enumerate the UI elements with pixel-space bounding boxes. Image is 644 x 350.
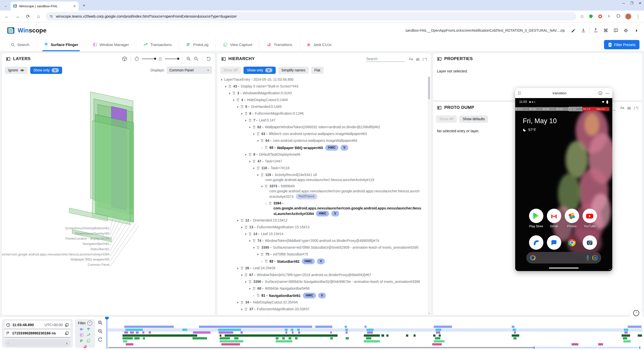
window-maximize-button[interactable]: ❐ [630, 1, 633, 5]
tree-row[interactable]: ▼ 63 - 8fb0ec5 com.android.systemui.wall… [218, 130, 427, 137]
collapse-timeline-button[interactable]: ⌃ [629, 309, 643, 317]
tree-row[interactable]: ▼ 6 - FullscreenMagnification:0:12#6 [218, 110, 427, 117]
zoom-out-icon[interactable] [194, 56, 199, 61]
rotation-icon[interactable] [135, 57, 139, 61]
window-minimize-button[interactable]: ─ [622, 1, 625, 5]
timeline-row-screen-recording[interactable] [108, 326, 642, 328]
extension-record-icon[interactable] [598, 14, 603, 19]
dark-mode-toggle[interactable]: ◑ [631, 26, 641, 35]
simplify-names-chip[interactable]: Simplify names [278, 67, 309, 74]
timeline-range-selector[interactable] [108, 347, 642, 348]
extensions-puzzle-icon[interactable] [616, 14, 621, 19]
tree-row[interactable]: ▼ 26 - Leaf:24:25#26 [218, 265, 427, 272]
show-diff-chip[interactable]: Show diff [220, 67, 241, 74]
tree-expand-toggle[interactable]: ▼ [248, 125, 252, 130]
filter-collapse-button[interactable]: ⌃ [87, 321, 92, 326]
tree-row[interactable]: ▼ 13 - FullscreenMagnification:15:15#13 [218, 224, 427, 231]
surface-flinger-filter-icon[interactable] [86, 327, 91, 331]
tree-row[interactable]: ● 65 - Wallpaper BBQ wrapper#65HWCV [218, 144, 427, 151]
layers-3d-canvas[interactable]: ScreenDecorOverlayBottom#61ScreenDecorOv… [2, 76, 215, 315]
tree-row[interactable]: ▼ 68 - 885b63e NavigationBar0#68 [218, 285, 427, 292]
tree-row[interactable]: ▼ 38 - Leaf:33:33#38 [218, 313, 427, 315]
tree-expand-toggle[interactable]: ▼ [256, 252, 260, 257]
panel-split-icon[interactable] [221, 57, 226, 61]
timeline-ns-timestamp[interactable]: 1715339028890230166 ns [12, 331, 56, 335]
layer-label[interactable]: ScreenDecorOverlayBottom#61 [65, 227, 109, 230]
layer-label[interactable]: PointerLocation - display 0#134 [65, 237, 109, 240]
match-case-toggle[interactable]: Aa [409, 57, 413, 61]
tree-row[interactable]: ● 81 - NavigationBar0#81HWCV [218, 292, 427, 299]
tree-row[interactable]: ▼ 3396 - Surface(name=885b63e Navigation… [218, 278, 427, 285]
tree-expand-toggle[interactable]: ▼ [240, 111, 244, 116]
layer-label[interactable]: Common Panel [88, 263, 109, 267]
timeline-timezone[interactable]: UTC+00:00 [45, 323, 63, 327]
address-bar[interactable]: winscope.teams.x20web.corp.google.com/pr… [46, 12, 576, 21]
tab-search-button[interactable]: ⌄ [2, 2, 10, 9]
tree-expand-toggle[interactable]: ▼ [244, 280, 248, 285]
panel-split-icon[interactable] [437, 57, 442, 61]
browser-menu-icon[interactable]: ⋮ [636, 14, 640, 19]
tree-row[interactable]: ● 82 - StatusBar#82HWCV [218, 258, 427, 265]
timeline-time[interactable]: 11:03:48.890 [12, 323, 34, 327]
copy-icon[interactable] [65, 331, 69, 335]
window-manager-filter-icon[interactable] [79, 333, 84, 337]
tab-close-icon[interactable]: ✕ [73, 4, 76, 8]
timeline-zoom-reset-button[interactable] [98, 337, 103, 342]
tree-expand-toggle[interactable]: ▼ [228, 91, 232, 96]
new-tab-button[interactable]: + [80, 2, 88, 9]
tree-row[interactable]: ▼ 5 - OneHanded:0:14#5 [218, 103, 427, 110]
tree-row[interactable]: ▼ 62 - WallpaperWindowToken{28892d1 toke… [218, 124, 427, 130]
transition-screenshot-window[interactable]: transition — 11:03 ▣ ◈ ▷ P: 0 / 1 d [515, 88, 612, 271]
reload-button[interactable]: ⟳ [24, 13, 32, 20]
tree-expand-toggle[interactable]: ▼ [252, 245, 256, 250]
show-only-visible-chip[interactable]: Show only V [30, 67, 62, 74]
filter-presets-button[interactable]: Filter Presets [604, 40, 639, 49]
range-handle-left[interactable] [534, 346, 535, 349]
documentation-button[interactable] [611, 26, 621, 35]
transitions-filter-icon[interactable] [83, 344, 87, 349]
view-capture-filter-icon[interactable] [86, 339, 91, 343]
window-close-button[interactable]: ✕ [639, 1, 641, 5]
show-defaults-chip[interactable]: Show defaults [459, 115, 488, 123]
timeline-row-transactions[interactable] [108, 334, 642, 337]
match-case-toggle[interactable]: Aa [620, 106, 624, 110]
profile-avatar[interactable] [625, 13, 631, 20]
back-button[interactable]: ← [3, 13, 11, 20]
tree-row[interactable]: ▼ 14 - Leaf:15:15#14 [218, 231, 427, 237]
tree-expand-toggle[interactable]: ▼ [236, 266, 240, 271]
info-icon[interactable] [598, 91, 602, 95]
ignore-filter-chip[interactable]: Ignore [5, 67, 28, 74]
tab-protolog[interactable]: ProtoLog [179, 38, 216, 51]
tree-row[interactable]: ▼ 7 - Leaf:0:1#7 [218, 117, 427, 124]
tree-expand-toggle[interactable]: ▼ [252, 166, 256, 171]
app-photos[interactable]: Photos [563, 209, 581, 228]
app-youtube[interactable]: YouTube [581, 209, 598, 228]
timeline-cursor-marker[interactable] [105, 317, 109, 320]
tree-expand-toggle[interactable]: ▼ [248, 286, 252, 291]
tree-expand-toggle[interactable]: ● [252, 293, 256, 298]
tree-row[interactable]: ▼ 3373 - 6989b49 com.google.android.apps… [218, 183, 427, 200]
dock-phone[interactable] [527, 235, 545, 250]
extension-cursor-icon[interactable] [607, 14, 612, 19]
copy-icon[interactable] [65, 323, 69, 327]
timeline-row-view-capture[interactable] [108, 340, 642, 342]
tree-expand-toggle[interactable]: ▼ [244, 232, 248, 237]
app-play-store[interactable]: Play Store [527, 209, 545, 228]
tree-expand-toggle[interactable]: ▼ [220, 77, 224, 82]
tree-row[interactable]: ● 3394 - com.google.android.apps.nexusla… [218, 200, 427, 217]
flat-chip[interactable]: Flat [311, 67, 324, 74]
hierarchy-search-input[interactable] [366, 56, 405, 62]
tree-row[interactable]: ▼ 74 - WindowToken{fdddbe6 type=2000 and… [218, 237, 427, 244]
shortcuts-button[interactable]: ⌘ [601, 26, 611, 35]
browser-tab[interactable]: Winscope | sandbox-FAIL ✕ [11, 2, 78, 11]
tree-expand-toggle[interactable]: ▼ [248, 239, 252, 244]
dock-chrome[interactable] [563, 235, 581, 250]
match-word-toggle[interactable]: ab [416, 57, 419, 61]
tree-expand-toggle[interactable]: ● [260, 146, 264, 151]
edit-trace-button[interactable] [568, 26, 578, 35]
tree-row[interactable]: ▼ LayerTraceEntry - 2024-05-10, 11:03:48… [218, 76, 427, 83]
tree-row[interactable]: ▼ 3395 - Surface(name=ed70f88 StatusBar)… [218, 244, 427, 251]
tree-expand-toggle[interactable]: ▼ [248, 159, 252, 164]
next-entry-button[interactable]: › [66, 341, 67, 345]
rotation-slider[interactable] [142, 59, 156, 59]
